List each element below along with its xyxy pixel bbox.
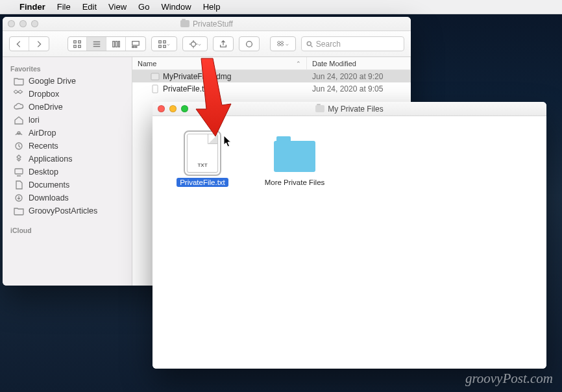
icloud-header: iCloud bbox=[3, 223, 132, 236]
home-icon bbox=[13, 116, 24, 125]
list-header: Name⌃ Date Modified bbox=[132, 57, 411, 70]
folder-icon bbox=[274, 141, 315, 172]
watermark: groovyPost.com bbox=[465, 371, 553, 387]
svg-line-24 bbox=[311, 45, 312, 47]
tags-button[interactable] bbox=[239, 36, 260, 51]
cloud-icon bbox=[13, 103, 24, 112]
close-button[interactable] bbox=[8, 20, 15, 27]
group-menu[interactable]: ⌵ bbox=[151, 36, 177, 51]
sidebar-item-label: Downloads bbox=[29, 193, 69, 202]
sidebar-item-recents[interactable]: Recents bbox=[3, 140, 132, 153]
folder-icon bbox=[13, 77, 24, 86]
folder-item[interactable]: More Private Files bbox=[260, 132, 329, 187]
txt-icon bbox=[151, 84, 160, 93]
window-title: My Private Files bbox=[328, 104, 383, 114]
titlebar[interactable]: PrivateStuff bbox=[3, 17, 411, 31]
icon-view[interactable]: TXT PrivateFile.txt More Private Files bbox=[153, 116, 546, 369]
menu-edit[interactable]: Edit bbox=[82, 2, 97, 12]
menu-file[interactable]: File bbox=[57, 2, 71, 12]
dmg-icon bbox=[151, 72, 160, 81]
sidebar-item-label: Desktop bbox=[29, 167, 58, 177]
column-name[interactable]: Name⌃ bbox=[132, 57, 307, 69]
svg-rect-27 bbox=[15, 169, 23, 174]
sidebar-item-groovypost[interactable]: GroovyPostArticles bbox=[3, 204, 132, 217]
sidebar-item-onedrive[interactable]: OneDrive bbox=[3, 101, 132, 114]
menu-help[interactable]: Help bbox=[203, 2, 221, 12]
view-icons-button[interactable] bbox=[68, 37, 88, 51]
list-row[interactable]: PrivateFile.txt Jun 24, 2020 at 9:05 bbox=[132, 82, 411, 95]
list-row[interactable]: MyPrivateFiles.dmg Jun 24, 2020 at 9:20 bbox=[132, 70, 411, 82]
menu-go[interactable]: Go bbox=[138, 2, 149, 12]
svg-rect-13 bbox=[159, 40, 162, 43]
forward-button[interactable] bbox=[29, 37, 49, 51]
svg-rect-3 bbox=[79, 45, 81, 47]
nav-buttons bbox=[9, 36, 49, 51]
svg-rect-16 bbox=[164, 45, 166, 47]
applications-icon bbox=[13, 154, 24, 164]
sidebar-item-documents[interactable]: Documents bbox=[3, 178, 132, 191]
folder-label: More Private Files bbox=[262, 178, 328, 187]
window-title: PrivateStuff bbox=[193, 19, 233, 29]
svg-rect-30 bbox=[151, 73, 159, 80]
search-field[interactable]: Search bbox=[301, 36, 404, 51]
svg-rect-15 bbox=[159, 45, 162, 47]
folder-icon bbox=[13, 206, 24, 215]
svg-rect-2 bbox=[74, 45, 77, 47]
desktop-icon bbox=[13, 167, 24, 177]
app-menu[interactable]: Finder bbox=[19, 2, 45, 12]
menu-view[interactable]: View bbox=[108, 2, 127, 12]
minimize-button[interactable] bbox=[19, 20, 27, 27]
traffic-lights[interactable] bbox=[8, 20, 38, 27]
column-date[interactable]: Date Modified bbox=[307, 57, 411, 69]
dropbox-menu[interactable]: ⌵ bbox=[270, 36, 296, 51]
sidebar-item-label: Google Drive bbox=[29, 77, 76, 86]
minimize-button[interactable] bbox=[169, 105, 177, 112]
back-button[interactable] bbox=[10, 37, 29, 51]
svg-rect-14 bbox=[164, 40, 166, 43]
svg-point-22 bbox=[247, 41, 252, 47]
file-name: PrivateFile.txt bbox=[163, 84, 210, 93]
finder-window-myprivatefiles: My Private Files TXT PrivateFile.txt Mor… bbox=[153, 102, 546, 369]
sidebar-item-label: Documents bbox=[29, 180, 69, 190]
close-button[interactable] bbox=[158, 105, 165, 112]
share-button[interactable] bbox=[213, 36, 234, 51]
disk-icon bbox=[315, 105, 324, 112]
svg-point-23 bbox=[307, 42, 311, 45]
view-gallery-button[interactable] bbox=[126, 37, 145, 51]
file-date: Jun 24, 2020 at 9:05 bbox=[307, 84, 411, 93]
sidebar-item-label: lori bbox=[29, 116, 40, 125]
favorites-header: Favorites bbox=[3, 61, 132, 75]
file-name: MyPrivateFiles.dmg bbox=[163, 72, 231, 81]
search-placeholder: Search bbox=[316, 40, 341, 49]
view-columns-button[interactable] bbox=[106, 37, 126, 51]
search-icon bbox=[306, 40, 313, 48]
svg-point-17 bbox=[191, 42, 196, 46]
zoom-button[interactable] bbox=[181, 105, 188, 112]
svg-rect-9 bbox=[118, 41, 119, 47]
svg-rect-8 bbox=[116, 41, 117, 47]
document-icon bbox=[13, 180, 24, 190]
menu-window[interactable]: Window bbox=[161, 2, 191, 12]
download-icon bbox=[13, 193, 24, 202]
toolbar: ⌵ ⌵ ⌵ Search bbox=[3, 31, 411, 57]
sort-indicator-icon: ⌃ bbox=[296, 60, 301, 67]
sidebar-item-airdrop[interactable]: AirDrop bbox=[3, 127, 132, 140]
folder-icon bbox=[180, 20, 189, 27]
action-menu[interactable]: ⌵ bbox=[182, 36, 208, 51]
svg-rect-1 bbox=[79, 40, 81, 43]
traffic-lights[interactable] bbox=[158, 105, 188, 112]
zoom-button[interactable] bbox=[31, 20, 38, 27]
sidebar: Favorites Google Drive Dropbox OneDrive … bbox=[3, 57, 132, 286]
sidebar-item-google-drive[interactable]: Google Drive bbox=[3, 75, 132, 88]
titlebar[interactable]: My Private Files bbox=[153, 102, 546, 116]
svg-rect-11 bbox=[132, 46, 134, 47]
sidebar-item-applications[interactable]: Applications bbox=[3, 153, 132, 165]
sidebar-item-dropbox[interactable]: Dropbox bbox=[3, 88, 132, 101]
view-list-button[interactable] bbox=[87, 37, 106, 51]
menubar[interactable]: Finder File Edit View Go Window Help bbox=[0, 0, 562, 14]
sidebar-item-desktop[interactable]: Desktop bbox=[3, 165, 132, 178]
sidebar-item-downloads[interactable]: Downloads bbox=[3, 191, 132, 204]
sidebar-item-home[interactable]: lori bbox=[3, 114, 132, 127]
file-item[interactable]: TXT PrivateFile.txt bbox=[168, 132, 237, 187]
sidebar-item-label: OneDrive bbox=[29, 103, 63, 112]
